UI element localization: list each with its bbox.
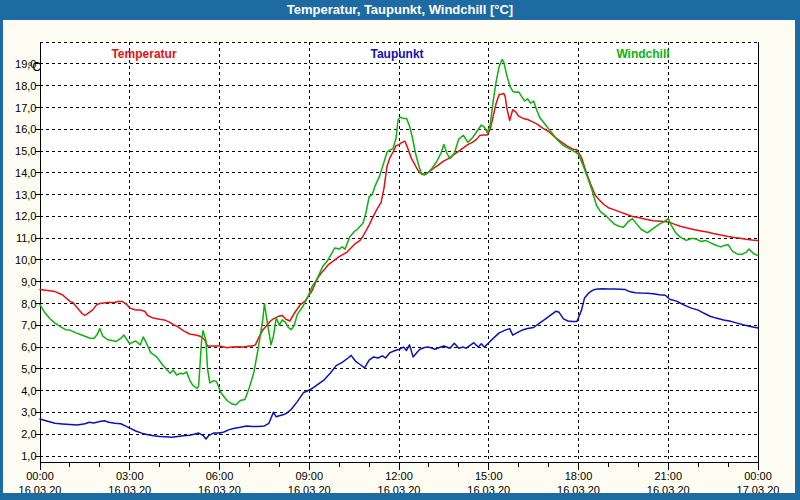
x-tick-date-label: 16.03.20: [467, 484, 510, 493]
y-tick-label: 12,0: [15, 210, 36, 222]
y-tick-label: 11,0: [16, 232, 37, 244]
legend-item-windchill: Windchill: [616, 47, 669, 61]
y-tick-label: 10,0: [15, 254, 36, 266]
x-tick-time-label: 21:00: [654, 470, 682, 482]
y-tick-label: 3,0: [21, 406, 36, 418]
x-tick-time-label: 15:00: [475, 470, 503, 482]
chart-svg: 19,018,017,016,015,014,013,012,011,010,0…: [3, 20, 795, 493]
x-tick-time-label: 18:00: [565, 470, 593, 482]
y-tick-label: 2,0: [21, 428, 36, 440]
x-tick-date-label: 16.03.20: [19, 484, 62, 493]
x-tick-time-label: 00:00: [744, 470, 772, 482]
y-tick-label: 6,0: [21, 341, 36, 353]
x-tick-date-label: 16.03.20: [378, 484, 421, 493]
y-tick-label: 14,0: [15, 167, 36, 179]
x-tick-time-label: 00:00: [26, 470, 54, 482]
y-tick-label: 5,0: [21, 363, 36, 375]
weather-chart-window: Temperatur, Taupunkt, Windchill [°C] 19,…: [0, 0, 800, 500]
x-tick-date-label: 16.03.20: [108, 484, 151, 493]
x-tick-date-label: 16.03.20: [557, 484, 600, 493]
y-tick-label: 8,0: [21, 298, 36, 310]
y-tick-label: 16,0: [15, 123, 36, 135]
y-tick-label: 1,0: [21, 450, 36, 462]
y-tick-label: 7,0: [21, 319, 36, 331]
x-tick-time-label: 03:00: [116, 470, 144, 482]
x-tick-date-label: 16.03.20: [198, 484, 241, 493]
y-tick-label: 9,0: [21, 276, 36, 288]
x-tick-time-label: 09:00: [295, 470, 323, 482]
legend-item-temperatur: Temperatur: [111, 47, 176, 61]
x-tick-date-label: 17.03.20: [737, 484, 780, 493]
x-tick-time-label: 12:00: [385, 470, 413, 482]
x-tick-date-label: 16.03.20: [288, 484, 331, 493]
y-axis-unit-label: °C: [13, 60, 41, 74]
y-tick-label: 18,0: [15, 80, 36, 92]
y-tick-label: 17,0: [15, 102, 36, 114]
y-tick-label: 15,0: [15, 145, 36, 157]
x-tick-date-label: 16.03.20: [647, 484, 690, 493]
window-titlebar: Temperatur, Taupunkt, Windchill [°C]: [0, 0, 800, 20]
x-tick-time-label: 06:00: [206, 470, 234, 482]
window-title: Temperatur, Taupunkt, Windchill [°C]: [287, 2, 513, 17]
y-tick-label: 13,0: [15, 189, 36, 201]
y-tick-label: 4,0: [21, 385, 36, 397]
chart-area: 19,018,017,016,015,014,013,012,011,010,0…: [3, 20, 795, 493]
legend-item-taupunkt: Taupunkt: [370, 47, 423, 61]
